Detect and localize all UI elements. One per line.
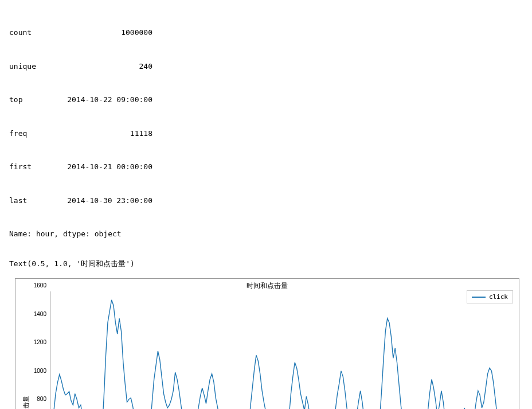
y-tick: 1400: [34, 310, 46, 317]
y-tick: 1000: [34, 367, 46, 373]
stat-key-first: first: [9, 161, 55, 173]
stat-val-first: 2014-10-21 00:00:00: [55, 161, 152, 173]
stat-key-unique: unique: [9, 61, 55, 72]
line-plot-svg: [50, 291, 511, 409]
y-tick: 800: [37, 396, 46, 402]
y-axis: 点击量 02004006008001000120014001600: [15, 291, 50, 409]
plot-area: [50, 291, 511, 409]
stat-key-last: last: [9, 195, 55, 207]
stat-key-count: count: [9, 27, 55, 38]
stat-val-unique: 240: [55, 61, 152, 72]
chart-title: 时间和点击量: [247, 281, 288, 291]
y-tick: 1200: [34, 339, 46, 345]
y-axis-label: 点击量: [22, 396, 30, 410]
line-series-click: [50, 300, 511, 409]
stat-key-freq: freq: [9, 128, 55, 139]
stat-name-line: Name: hour, dtype: object: [9, 228, 523, 240]
stat-val-top: 2014-10-22 09:00:00: [55, 94, 152, 106]
stat-val-count: 1000000: [55, 27, 152, 38]
text-repr-output: Text(0.5, 1.0, '时间和点击量'): [9, 259, 523, 269]
chart-figure: 时间和点击量 click 点击量 02004006008001000120014…: [15, 278, 519, 409]
stats-output: count1000000 unique240 top2014-10-22 09:…: [9, 5, 523, 251]
y-tick: 1600: [34, 282, 46, 289]
stat-val-freq: 11118: [55, 128, 152, 139]
stat-val-last: 2014-10-30 23:00:00: [55, 195, 152, 207]
stat-key-top: top: [9, 94, 55, 106]
